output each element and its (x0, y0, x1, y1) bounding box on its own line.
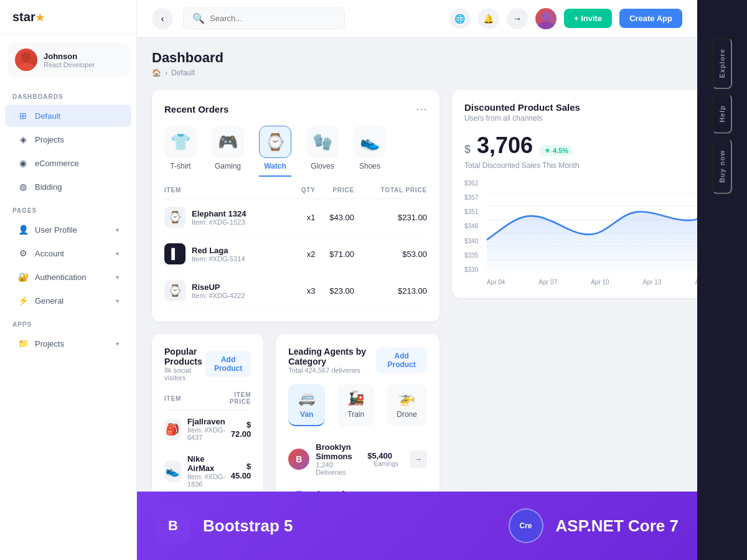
total-price: $213.00 (354, 273, 427, 309)
col-qty: QTY (293, 187, 316, 199)
main-area: ‹ 🔍 🌐 🔔 → + Invite Create App Dashboard … (137, 0, 697, 560)
section-dashboards: DASHBOARDS (0, 85, 136, 104)
ecommerce-icon: ◉ (17, 157, 29, 169)
sidebar-label-default: Default (35, 111, 60, 121)
globe-icon[interactable]: 🌐 (449, 8, 471, 29)
chevron-down-icon: ▾ (116, 340, 119, 347)
topbar: ‹ 🔍 🌐 🔔 → + Invite Create App (137, 0, 697, 37)
sidebar-item-apps-projects[interactable]: 📁 Projects ▾ (5, 332, 131, 355)
sidebar-item-account[interactable]: ⚙ Account ▾ (5, 242, 131, 264)
default-icon: ⊞ (17, 110, 29, 121)
sidebar-logo: star★ (0, 0, 136, 35)
collapse-sidebar-button[interactable]: ‹ (152, 8, 173, 29)
discounted-sales-card: Discounted Product Sales Users from all … (452, 90, 697, 298)
recent-orders-title: Recent Orders (164, 104, 228, 114)
agent-deliveries: 1,240 Deliveries (316, 461, 361, 476)
product-price: $ 72.00 (230, 411, 251, 448)
page-header: Dashboard 🏠 › Default (152, 50, 697, 77)
svg-point-0 (21, 52, 31, 62)
sidebar-label-user-profile: User Profile (35, 225, 77, 235)
sidebar-item-ecommerce[interactable]: ◉ eCommerce (5, 152, 131, 174)
search-box[interactable]: 🔍 (183, 7, 345, 29)
chevron-down-icon: ▾ (116, 297, 119, 304)
sales-amount: 3,706 (477, 133, 533, 159)
chart-y-axis: $362 $357 $351 $346 $340 $335 $330 (464, 180, 478, 273)
user-info: Johnson React Developer (44, 52, 95, 68)
dots-menu-icon[interactable]: ⋯ (416, 102, 427, 116)
sidebar-label-apps-projects: Projects (35, 339, 64, 348)
sales-label: Total Discounted Sales This Month (464, 161, 697, 170)
tab-gaming[interactable]: 🎮 Gaming (212, 126, 244, 177)
explore-button[interactable]: Explore (712, 37, 732, 89)
chart-svg (487, 180, 697, 273)
arrow-right-icon[interactable]: → (507, 8, 528, 29)
tab-drone[interactable]: 🚁 Drone (387, 384, 427, 426)
sidebar-item-bidding[interactable]: ◍ Bidding (5, 175, 131, 198)
bootstrap-text: Bootstrap 5 (203, 516, 293, 536)
price: $43.00 (316, 199, 354, 236)
section-pages: PAGES (0, 198, 136, 218)
projects-icon: ◈ (17, 134, 29, 145)
invite-button[interactable]: + Invite (564, 9, 612, 28)
add-product-button[interactable]: Add Product (205, 351, 251, 377)
page-title: Dashboard (152, 50, 223, 66)
total-price: $53.00 (354, 236, 427, 273)
arrow-button[interactable]: → (410, 450, 427, 468)
product-thumb: 🎒 (164, 419, 181, 440)
page-content: Dashboard 🏠 › Default Recent Orders ⋯ (137, 37, 697, 560)
qty: x1 (293, 199, 316, 236)
list-item: 👟 Nike AirMax Item: #XDG-1836 $ 45.00 (164, 448, 251, 495)
bootstrap-badge: B (156, 508, 190, 543)
buy-now-button[interactable]: Buy now (712, 139, 732, 194)
agent-name: Brooklyn Simmons (316, 442, 361, 461)
chevron-down-icon: ▾ (116, 274, 119, 281)
account-icon: ⚙ (17, 248, 29, 259)
sidebar: star★ Johnson React Developer DASHBOARDS… (0, 0, 137, 560)
add-product-agents-button[interactable]: Add Product (376, 347, 427, 373)
sidebar-label-account: Account (35, 249, 64, 258)
item-name: Red Laga (192, 246, 245, 255)
sales-subtitle: Users from all channels (464, 114, 580, 123)
sidebar-label-bidding: Bidding (35, 182, 62, 192)
tab-watch[interactable]: ⌚ Watch (259, 126, 291, 177)
user-card[interactable]: Johnson React Developer (7, 42, 129, 77)
svg-point-1 (17, 63, 35, 71)
asp-badge: Cre (509, 508, 543, 543)
leading-agents-subtitle: Total 424,567 deliveries (288, 366, 376, 374)
price: $71.00 (316, 236, 354, 273)
table-row: ⌚ RiseUP Item: #XDG-4222 x3 $23.00 $213.… (164, 273, 427, 309)
item-thumb: ▌ (164, 243, 186, 264)
tab-gloves[interactable]: 🧤 Gloves (306, 126, 339, 177)
aspnet-text: ASP.NET Core 7 (556, 516, 679, 536)
chart-area: $362 $357 $351 $346 $340 $335 $330 (464, 180, 697, 286)
sidebar-item-user-profile[interactable]: 👤 User Profile ▾ (5, 218, 131, 241)
help-button[interactable]: Help (712, 94, 732, 134)
topbar-avatar[interactable] (535, 8, 557, 29)
chart-x-axis: Apr 04 Apr 07 Apr 10 Apr 13 Apr 18 (487, 279, 697, 286)
col-item: ITEM (164, 391, 230, 411)
product-sku: Item: #XDG-1836 (187, 473, 230, 488)
home-icon: 🏠 (152, 68, 161, 77)
sidebar-label-general: General (35, 296, 63, 306)
popular-products-title: Popular Products (164, 347, 205, 366)
notification-icon[interactable]: 🔔 (478, 8, 499, 29)
tab-train[interactable]: 🚂 Train (337, 384, 374, 426)
item-thumb: ⌚ (164, 207, 186, 228)
tab-shoes[interactable]: 👟 Shoes (354, 126, 386, 177)
col-price: PRICE (316, 187, 354, 199)
tab-tshirt[interactable]: 👕 T-shirt (164, 126, 197, 177)
item-sku: Item: #XDG-4222 (192, 292, 245, 299)
leading-agents-title: Leading Agents by Category (288, 347, 376, 366)
qty: x2 (293, 236, 316, 273)
sidebar-item-default[interactable]: ⊞ Default (5, 105, 131, 127)
sidebar-item-projects[interactable]: ◈ Projects (5, 128, 131, 151)
search-input[interactable] (210, 14, 336, 23)
tab-van[interactable]: 🚐 Van (288, 384, 325, 426)
sidebar-item-general[interactable]: ⚡ General ▾ (5, 289, 131, 312)
product-price: $ 45.00 (230, 448, 251, 495)
sidebar-item-authentication[interactable]: 🔐 Authentication ▾ (5, 266, 131, 288)
svg-point-3 (538, 22, 554, 29)
create-app-button[interactable]: Create App (619, 9, 682, 28)
user-name: Johnson (44, 52, 95, 61)
price: $23.00 (316, 273, 354, 309)
